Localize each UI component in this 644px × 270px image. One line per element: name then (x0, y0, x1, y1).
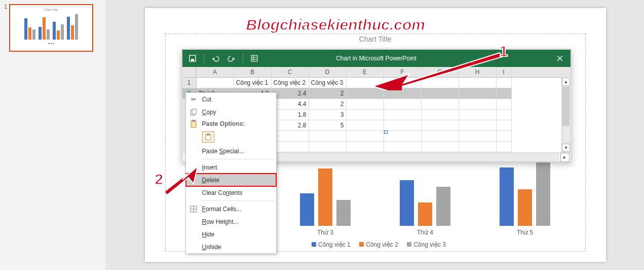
slide-canvas: Blogchiasekienthuc.com 1 2 Chart Title (106, 0, 644, 270)
menu-delete[interactable]: Delete (186, 174, 276, 186)
cell-C3[interactable]: 4.4 (272, 99, 309, 110)
cell-H4[interactable] (459, 110, 497, 120)
arrow-1 (373, 50, 505, 90)
menu-copy[interactable]: Copy (186, 106, 276, 118)
redo-icon[interactable] (224, 52, 239, 64)
legend-swatch-3 (407, 242, 411, 247)
cell-E3[interactable] (347, 99, 384, 110)
col-header-D[interactable]: D (309, 67, 347, 77)
slide[interactable]: Blogchiasekienthuc.com 1 2 Chart Title (145, 8, 606, 262)
bar-s3-c4 (536, 161, 550, 226)
col-header-B[interactable]: B (234, 67, 272, 77)
cat-label-2: Thứ 3 (317, 229, 333, 236)
thumbnail-chart-title: Chart Title (15, 8, 87, 11)
save-icon[interactable] (185, 52, 200, 64)
cell-B1[interactable]: Công việc 1 (234, 78, 272, 88)
cell-G5[interactable] (422, 120, 459, 131)
svg-marker-0 (373, 53, 502, 90)
menu-clear-contents[interactable]: Clear Contents (186, 186, 276, 199)
legend-label-3: Công việc 3 (413, 241, 446, 248)
cell-C1[interactable]: Công việc 2 (272, 78, 309, 88)
cell-D3[interactable]: 2 (309, 99, 347, 110)
cell-I4[interactable] (497, 110, 512, 120)
menu-paste-options-header: Paste Options: (186, 118, 276, 129)
legend-swatch-2 (359, 242, 364, 247)
cat-label-3: Thứ 4 (417, 229, 433, 236)
cell-D4[interactable]: 3 (309, 110, 347, 120)
bar-s1-c2 (300, 193, 314, 226)
menu-delete-label: Delete (202, 177, 220, 184)
menu-insert[interactable]: Insert (186, 161, 276, 174)
undo-icon[interactable] (208, 52, 222, 64)
col-header-A[interactable]: A (197, 67, 234, 77)
cell-E4[interactable] (347, 110, 384, 120)
row-context-menu: ✂ Cut Copy Paste Options: Paste Special.… (185, 92, 277, 254)
menu-format-cells[interactable]: Format Cells... (186, 203, 276, 215)
row-header-1[interactable]: 1 (182, 78, 197, 88)
copy-icon (189, 108, 198, 117)
svg-marker-4 (212, 57, 214, 60)
scroll-up-icon[interactable]: ▲ (562, 78, 570, 86)
menu-unhide[interactable]: Unhide (186, 241, 276, 253)
cell-G4[interactable] (422, 110, 459, 120)
cell-G3[interactable] (422, 99, 459, 110)
cell-A1[interactable] (197, 78, 234, 88)
bar-s3-c2 (336, 200, 351, 226)
scroll-down-icon[interactable]: ▼ (562, 144, 570, 152)
cell-H3[interactable] (459, 99, 497, 110)
paste-option-default[interactable] (202, 131, 214, 143)
col-header-C[interactable]: C (272, 67, 309, 77)
watermark-text: Blogchiasekienthuc.com (246, 16, 425, 33)
menu-unhide-label: Unhide (202, 244, 221, 251)
clipboard-icon (189, 119, 198, 128)
cell-C2[interactable]: 2.4 (272, 88, 309, 99)
thumbnail-chart (15, 13, 87, 40)
close-button[interactable] (549, 50, 571, 67)
menu-cut-label: Cut (202, 96, 212, 103)
cell-D2[interactable]: 2 (309, 88, 347, 99)
thumbnail-index: 1 (4, 3, 8, 10)
cell-H5[interactable] (459, 120, 497, 131)
vertical-scrollbar[interactable]: ▲ ▼ (561, 77, 571, 152)
cell-D1[interactable]: Công việc 3 (309, 78, 347, 88)
cell-E5[interactable] (347, 120, 384, 131)
data-range-handle[interactable] (384, 130, 388, 134)
cell-C4[interactable]: 1.8 (272, 110, 309, 120)
menu-format-cells-label: Format Cells... (202, 206, 242, 213)
cell-I5[interactable] (497, 120, 512, 131)
edit-data-icon[interactable] (247, 52, 261, 64)
cell-F4[interactable] (384, 110, 422, 120)
scroll-right-icon[interactable]: ► (560, 153, 570, 162)
slide-thumbnail-1[interactable]: Chart Title ■ ■ ■ (9, 4, 93, 52)
bar-s2-c3 (418, 203, 432, 226)
bar-s2-c4 (518, 189, 532, 226)
menu-hide[interactable]: Hide (186, 228, 276, 241)
bar-group-4 (500, 161, 550, 226)
cell-F5[interactable] (384, 120, 422, 131)
menu-paste-special[interactable]: Paste Special... (186, 145, 276, 157)
svg-marker-1 (164, 166, 198, 195)
menu-insert-label: Insert (202, 164, 217, 171)
cat-label-4: Thứ 5 (517, 229, 533, 236)
callout-2: 2 (155, 171, 164, 188)
cell-D5[interactable]: 5 (309, 120, 347, 131)
cell-F3[interactable] (384, 99, 422, 110)
cell-I3[interactable] (497, 99, 512, 110)
svg-rect-6 (251, 55, 257, 61)
select-all-corner[interactable] (182, 67, 197, 77)
paste-options-row (186, 129, 276, 145)
bar-group-3 (400, 161, 450, 226)
format-cells-icon (189, 205, 198, 214)
bar-s3-c3 (436, 187, 450, 226)
menu-row-height[interactable]: Row Height... (186, 215, 276, 228)
arrow-2 (162, 166, 198, 197)
legend-label-2: Công việc 2 (366, 241, 398, 248)
bar-group-2 (300, 161, 351, 226)
thumbnail-legend: ■ ■ ■ (15, 42, 87, 45)
svg-rect-3 (191, 59, 194, 61)
menu-cut[interactable]: ✂ Cut (186, 93, 276, 106)
scissors-icon: ✂ (189, 95, 198, 104)
cell-C5[interactable]: 2.8 (272, 120, 309, 131)
menu-paste-options-label: Paste Options: (202, 120, 245, 127)
vertical-scrollbar-thumb[interactable] (562, 87, 570, 126)
